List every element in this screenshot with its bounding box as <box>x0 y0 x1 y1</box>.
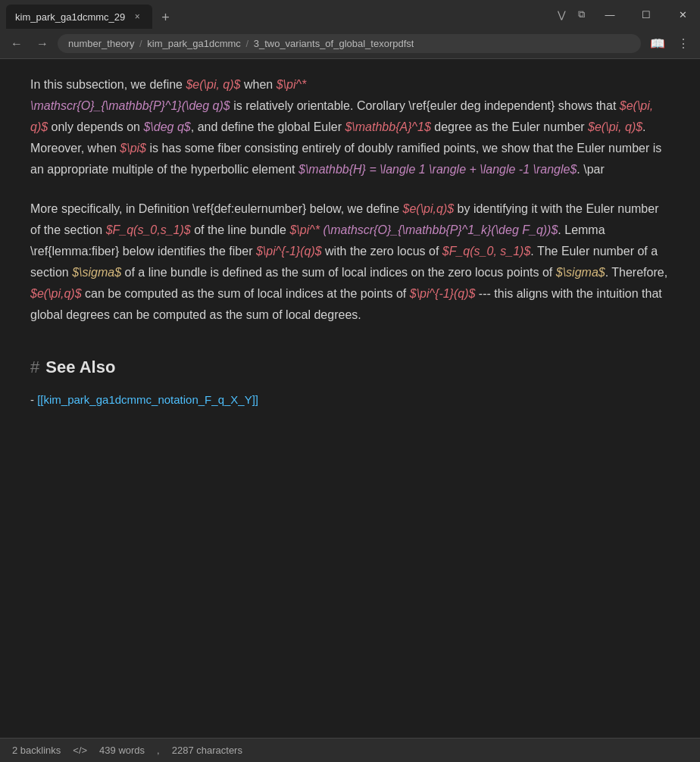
p2-text-of-line: of the line bundle <box>191 223 290 236</box>
p2-math-pi-inv: $\pi^{-1}(q)$ <box>256 245 322 258</box>
see-also-prefix: - <box>30 393 37 406</box>
p1-math-pi-star: $\pi^* <box>277 78 307 91</box>
address-part3: 3_two_variants_of_global_texorpdfst <box>254 38 414 49</box>
see-also-link[interactable]: [[kim_park_ga1dcmmc_notation_F_q_X_Y]] <box>37 393 258 406</box>
p2-math-sigma2: $\sigma$ <box>556 266 605 279</box>
heading-hash: # <box>30 353 39 381</box>
reader-view-button[interactable]: 📖 <box>645 33 670 54</box>
p2-text-can-be: can be computed as the sum of local indi… <box>82 287 410 300</box>
p2-text-more: More specifically, in Definition \ref{de… <box>30 202 403 215</box>
p1-math-deg: $\deg q$ <box>143 120 190 133</box>
p2-math-pi-inv2: $\pi^{-1}(q)$ <box>410 287 476 300</box>
tab-controls: ⋁ ⧉ <box>555 5 591 23</box>
p1-text-after-mathscr: is relatively orientable. <box>230 99 354 112</box>
p1-text-only: only depends on <box>48 120 143 133</box>
tab-close-button[interactable]: × <box>131 11 143 23</box>
close-icon: ✕ <box>679 9 687 20</box>
p2-math-Fq: $F_q(s_0,s_1)$ <box>106 223 191 236</box>
address-part2: kim_park_ga1dcmmc <box>147 38 241 49</box>
browser-top-bar: kim_park_ga1dcmmc_29 × + ⋁ ⧉ — ☐ ✕ <box>0 0 700 29</box>
content-area: In this subsection, we define $e(\pi, q)… <box>0 59 700 738</box>
new-tab-button[interactable]: + <box>155 7 176 29</box>
p1-math-H: $\mathbb{H} = \langle 1 \rangle + \langl… <box>298 163 577 176</box>
p2-math-sigma: $\sigma$ <box>72 266 121 279</box>
minimize-icon: — <box>605 9 615 20</box>
nav-icons: 📖 ⋮ <box>645 33 694 54</box>
back-button[interactable]: ← <box>6 34 27 54</box>
address-sep2: / <box>243 38 252 49</box>
p1-text-degree: degree as the Euler number <box>434 120 588 133</box>
reader-icon: 📖 <box>650 37 665 50</box>
p2-text-of-line2: of a line bundle is defined as the sum o… <box>121 266 556 279</box>
p2-math-pi-star2: $\pi^* <box>289 223 320 236</box>
active-tab[interactable]: kim_park_ga1dcmmc_29 × <box>6 5 152 29</box>
restore-icon: ☐ <box>642 9 651 20</box>
p1-text-corollary: Corollary \ref{euler deg independent} sh… <box>357 99 620 112</box>
p1-math-pi: $\pi$ <box>120 142 146 155</box>
address-bar[interactable]: number_theory / kim_park_ga1dcmmc / 3_tw… <box>58 34 641 53</box>
minimize-button[interactable]: — <box>592 2 627 27</box>
back-icon: ← <box>11 37 23 50</box>
p1-text-and-define: , and define the global Euler <box>191 120 345 133</box>
paragraph-1: In this subsection, we define $e(\pi, q)… <box>30 74 670 180</box>
p1-math-e1: $e(\pi, q)$ <box>186 78 240 91</box>
p2-math-mathscr2: (\mathscr{O}_{\mathbb{P}^1_k}(\deg F_q))… <box>323 223 558 236</box>
nav-bar: ← → number_theory / kim_park_ga1dcmmc / … <box>0 29 700 59</box>
p1-text-before-e1: In this subsection, we define <box>30 78 186 91</box>
browser-menu-button[interactable]: ⋮ <box>673 33 694 54</box>
menu-icon: ⋮ <box>677 37 689 50</box>
address-text: number_theory / kim_park_ga1dcmmc / 3_tw… <box>68 38 414 49</box>
tab-title: kim_park_ga1dcmmc_29 <box>15 11 125 23</box>
tab-section: kim_park_ga1dcmmc_29 × + <box>0 0 555 29</box>
p1-text-after-e1: when <box>241 78 277 91</box>
tab-grid-button[interactable]: ⧉ <box>575 5 588 23</box>
forward-icon: → <box>36 37 48 50</box>
forward-button[interactable]: → <box>32 34 53 54</box>
window-controls: — ☐ ✕ <box>592 2 700 27</box>
address-part1: number_theory <box>68 38 134 49</box>
section-heading: # See Also <box>30 353 670 381</box>
p1-text-par: . \par <box>577 163 604 176</box>
restore-button[interactable]: ☐ <box>629 2 664 27</box>
p1-math-e3: $e(\pi, q)$ <box>588 120 642 133</box>
p2-math-epi2: $e(\pi,q)$ <box>30 287 82 300</box>
p2-text-therefore: . Therefore, <box>605 266 667 279</box>
address-sep1: / <box>136 38 145 49</box>
p2-math-Fq2: $F_q(s_0, s_1)$ <box>442 245 531 258</box>
tab-list-button[interactable]: ⋁ <box>555 6 569 23</box>
see-also-list: - [[kim_park_ga1dcmmc_notation_F_q_X_Y]] <box>30 390 670 410</box>
paragraph-2: More specifically, in Definition \ref{de… <box>30 198 670 326</box>
p1-math-A1: $\mathbb{A}^1$ <box>345 120 430 133</box>
p2-text-with-zero: with the zero locus of <box>322 245 442 258</box>
p2-math-epi: $e(\pi,q)$ <box>403 202 455 215</box>
p1-math-mathscr: \mathscr{O}_{\mathbb{P}^1}(\deg q)$ <box>30 99 230 112</box>
close-button[interactable]: ✕ <box>665 2 700 27</box>
section-title: See Also <box>45 353 115 381</box>
